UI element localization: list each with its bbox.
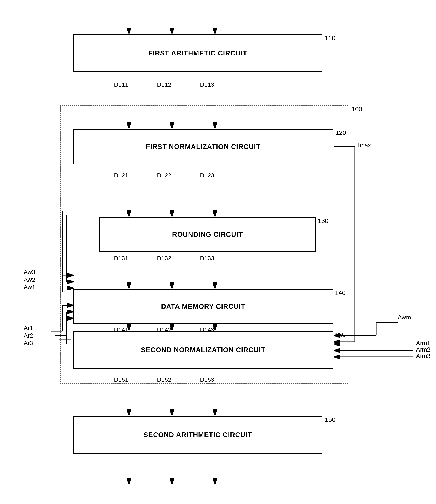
arm1-label: Arm1 [416,340,430,347]
aw3-label: Aw3 [24,269,35,276]
data-memory-block: DATA MEMORY CIRCUIT [73,289,333,324]
d112-label: D112 [157,81,171,88]
ar2-label: Ar2 [24,332,33,339]
first-arithmetic-label: FIRST ARITHMETIC CIRCUIT [148,49,247,57]
rounding-block: ROUNDING CIRCUIT [99,217,316,252]
awm-label: Awm [398,314,411,321]
d153-label: D153 [200,376,214,383]
ref-160: 160 [325,416,335,423]
d152-label: D152 [157,376,171,383]
first-normalization-block: FIRST NORMALIZATION CIRCUIT [73,129,333,165]
d133-label: D133 [200,255,214,262]
aw2-label: Aw2 [24,276,35,283]
first-normalization-label: FIRST NORMALIZATION CIRCUIT [146,143,260,151]
second-arithmetic-block: SECOND ARITHMETIC CIRCUIT [73,416,322,454]
ref-140: 140 [335,289,346,296]
d142-label: D142 [157,326,171,333]
d131-label: D131 [114,255,128,262]
ref-150: 150 [335,331,346,339]
d123-label: D123 [200,172,214,179]
d132-label: D132 [157,255,171,262]
arm3-label: Arm3 [416,353,430,359]
first-arithmetic-block: FIRST ARITHMETIC CIRCUIT [73,34,322,72]
ar1-label: Ar1 [24,325,33,331]
ref-130: 130 [318,217,328,224]
ref-110: 110 [325,34,335,42]
d141-label: D141 [114,326,128,333]
data-memory-label: DATA MEMORY CIRCUIT [161,302,245,311]
d151-label: D151 [114,376,128,383]
d111-label: D111 [114,81,128,88]
second-normalization-label: SECOND NORMALIZATION CIRCUIT [141,346,265,354]
ar3-label: Ar3 [24,340,33,347]
aw1-label: Aw1 [24,284,35,291]
second-arithmetic-label: SECOND ARITHMETIC CIRCUIT [143,431,252,439]
second-normalization-block: SECOND NORMALIZATION CIRCUIT [73,331,333,369]
imax-label: Imax [358,142,371,149]
d121-label: D121 [114,172,128,179]
d143-label: D143 [200,326,214,333]
ref-100: 100 [352,105,362,113]
arm2-label: Arm2 [416,346,430,353]
diagram: FIRST ARITHMETIC CIRCUIT 110 100 FIRST N… [0,0,436,504]
ref-120: 120 [335,129,346,136]
d113-label: D113 [200,81,214,88]
d122-label: D122 [157,172,171,179]
rounding-label: ROUNDING CIRCUIT [172,230,243,238]
